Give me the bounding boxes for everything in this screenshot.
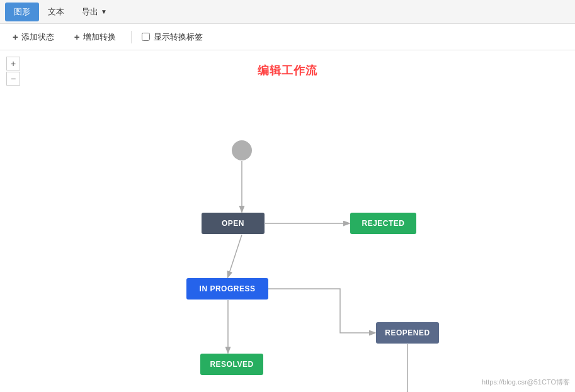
zoom-in-button[interactable]: + [6, 57, 20, 70]
start-node [232, 140, 252, 160]
state-resolved[interactable]: RESOLVED [200, 354, 263, 375]
add-state-button[interactable]: + 添加状态 [8, 29, 59, 45]
show-labels-toggle[interactable]: 显示转换标签 [142, 31, 203, 43]
diagram-connections [0, 50, 575, 392]
menu-item-text[interactable]: 文本 [39, 3, 73, 21]
svg-line-2 [228, 235, 242, 277]
state-reopened[interactable]: REOPENED [376, 322, 439, 344]
state-open[interactable]: OPEN [202, 213, 265, 234]
toolbar: + 添加状态 + 增加转换 显示转换标签 [0, 24, 575, 50]
state-in-progress[interactable]: IN PROGRESS [186, 278, 268, 300]
menu-item-shapes[interactable]: 图形 [5, 3, 39, 21]
zoom-out-button[interactable]: − [6, 72, 20, 86]
plus-icon: + [13, 31, 18, 42]
diagram-canvas: + − 编辑工作流 OPEN REJECTED IN PROGRE [0, 50, 575, 392]
menu-bar: 图形 文本 导出 ▼ [0, 0, 575, 24]
state-rejected[interactable]: REJECTED [350, 213, 416, 234]
menu-item-export[interactable]: 导出 ▼ [73, 3, 116, 21]
show-labels-checkbox[interactable] [142, 33, 150, 41]
chevron-down-icon: ▼ [101, 8, 107, 15]
add-transition-button[interactable]: + 增加转换 [69, 29, 121, 45]
plus-icon-2: + [74, 31, 80, 42]
zoom-controls: + − [6, 57, 20, 86]
toolbar-divider [131, 31, 132, 43]
